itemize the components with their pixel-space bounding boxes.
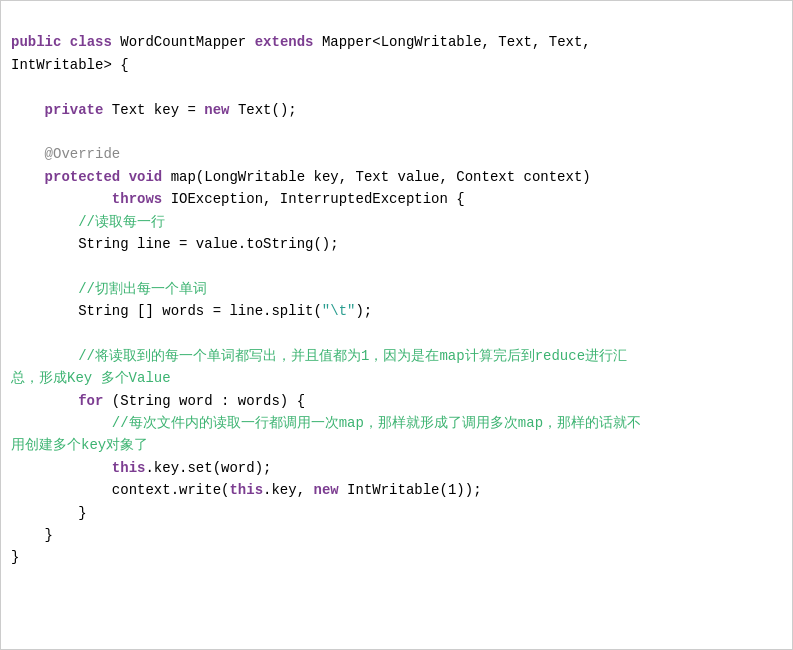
code-content: public class WordCountMapper extends Map… <box>11 9 782 591</box>
line-6: protected void map(LongWritable key, Tex… <box>11 169 591 185</box>
line-14: //将读取到的每一个单词都写出，并且值都为1，因为是在map计算完后到reduc… <box>11 348 627 386</box>
line-1: public class WordCountMapper extends Map… <box>11 34 591 72</box>
line-18: context.write(this.key, new IntWritable(… <box>11 482 482 498</box>
line-20: } <box>11 527 53 543</box>
line-15: for (String word : words) { <box>11 393 305 409</box>
line-12: String [] words = line.split("\t"); <box>11 303 372 319</box>
line-11: //切割出每一个单词 <box>11 281 207 297</box>
line-5: @Override <box>11 146 120 162</box>
line-3: private Text key = new Text(); <box>11 102 297 118</box>
line-7: throws IOException, InterruptedException… <box>11 191 465 207</box>
line-17: this.key.set(word); <box>11 460 271 476</box>
line-16: //每次文件内的读取一行都调用一次map，那样就形成了调用多次map，那样的话就… <box>11 415 641 453</box>
line-21: } <box>11 549 19 565</box>
code-editor: public class WordCountMapper extends Map… <box>0 0 793 650</box>
line-9: String line = value.toString(); <box>11 236 339 252</box>
line-8: //读取每一行 <box>11 214 165 230</box>
line-19: } <box>11 505 87 521</box>
